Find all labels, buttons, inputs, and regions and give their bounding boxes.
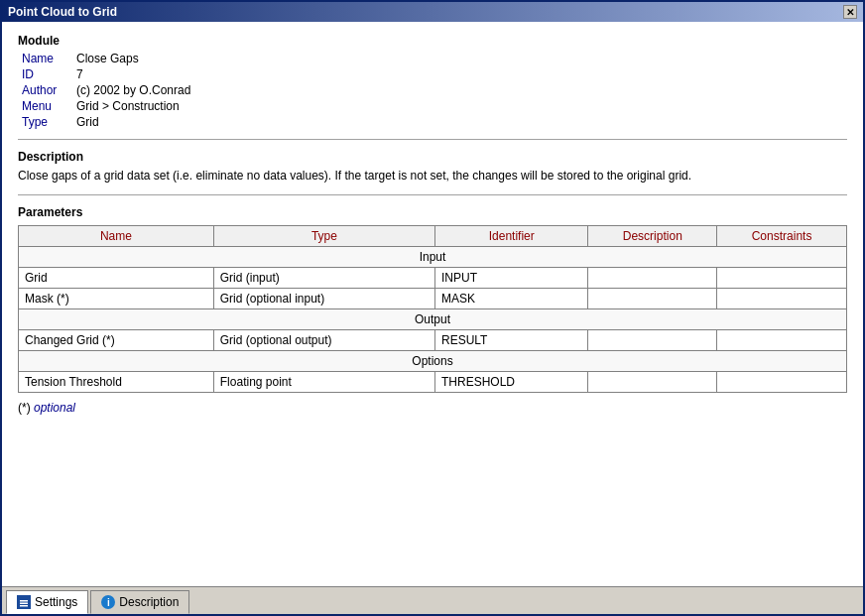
col-header-description: Description [588,225,717,246]
description-title: Description [18,150,847,164]
asterisk-text: (*) [18,401,34,415]
label-menu: Menu [22,99,76,113]
value-id: 7 [76,67,83,81]
col-header-constraints: Constraints [717,225,847,246]
module-title: Module [18,34,847,48]
description-text: Close gaps of a grid data set (i.e. elim… [18,168,847,185]
col-header-name: Name [19,225,214,246]
section-label-options: Options [19,350,847,371]
info-row-menu: Menu Grid > Construction [22,99,847,113]
row-name: Mask (*) [19,288,214,308]
value-menu: Grid > Construction [76,99,180,113]
divider-1 [18,139,847,140]
table-row: Mask (*) Grid (optional input) MASK [19,288,847,308]
label-type: Type [22,115,76,129]
svg-rect-0 [20,600,28,602]
parameters-title: Parameters [18,205,847,219]
tab-description-label: Description [119,595,179,609]
parameters-table: Name Type Identifier Description Constra… [18,225,847,393]
row-constraints [717,267,847,288]
col-header-identifier: Identifier [435,225,588,246]
info-row-name: Name Close Gaps [22,52,847,65]
close-button[interactable]: ✕ [843,5,857,19]
window-title: Point Cloud to Grid [8,5,117,19]
module-info: Name Close Gaps ID 7 Author (c) 2002 by … [22,52,847,129]
info-row-id: ID 7 [22,67,847,81]
info-icon: i [101,595,115,609]
section-row-options: Options [19,350,847,371]
row-identifier: THRESHOLD [435,371,588,392]
row-description [588,267,717,288]
row-constraints [717,329,847,350]
tab-bar: Settings i Description [2,586,863,614]
row-identifier: INPUT [435,267,588,288]
row-type: Grid (input) [213,267,434,288]
row-description [588,329,717,350]
row-type: Floating point [213,371,434,392]
row-description [588,371,717,392]
row-name: Grid [19,267,214,288]
svg-rect-1 [20,603,28,605]
value-author: (c) 2002 by O.Conrad [76,83,190,97]
row-type: Grid (optional output) [213,329,434,350]
row-constraints [717,371,847,392]
window-body: Module Name Close Gaps ID 7 Author (c) 2… [2,22,863,614]
section-label-output: Output [19,308,847,329]
main-window: Point Cloud to Grid ✕ Module Name Close … [0,0,865,616]
settings-icon-svg [19,597,29,607]
label-id: ID [22,67,76,81]
table-row: Tension Threshold Floating point THRESHO… [19,371,847,392]
row-type: Grid (optional input) [213,288,434,308]
row-identifier: MASK [435,288,588,308]
tab-settings[interactable]: Settings [6,590,88,614]
title-bar: Point Cloud to Grid ✕ [2,2,863,22]
section-row-input: Input [19,246,847,267]
svg-rect-2 [20,605,28,607]
col-header-type: Type [213,225,434,246]
info-row-type: Type Grid [22,115,847,129]
section-label-input: Input [19,246,847,267]
table-header-row: Name Type Identifier Description Constra… [19,225,847,246]
info-row-author: Author (c) 2002 by O.Conrad [22,83,847,97]
table-row: Changed Grid (*) Grid (optional output) … [19,329,847,350]
divider-2 [18,194,847,195]
value-name: Close Gaps [76,52,139,65]
optional-note: (*) optional [18,401,847,415]
label-author: Author [22,83,76,97]
table-row: Grid Grid (input) INPUT [19,267,847,288]
row-constraints [717,288,847,308]
value-type: Grid [76,115,99,129]
section-row-output: Output [19,308,847,329]
optional-text: optional [34,401,75,415]
settings-icon [17,595,31,609]
label-name: Name [22,52,76,65]
row-description [588,288,717,308]
tab-settings-label: Settings [35,595,77,609]
tab-description[interactable]: i Description [90,590,189,614]
row-name: Changed Grid (*) [19,329,214,350]
row-name: Tension Threshold [19,371,214,392]
tab-content: Module Name Close Gaps ID 7 Author (c) 2… [2,22,863,586]
row-identifier: RESULT [435,329,588,350]
